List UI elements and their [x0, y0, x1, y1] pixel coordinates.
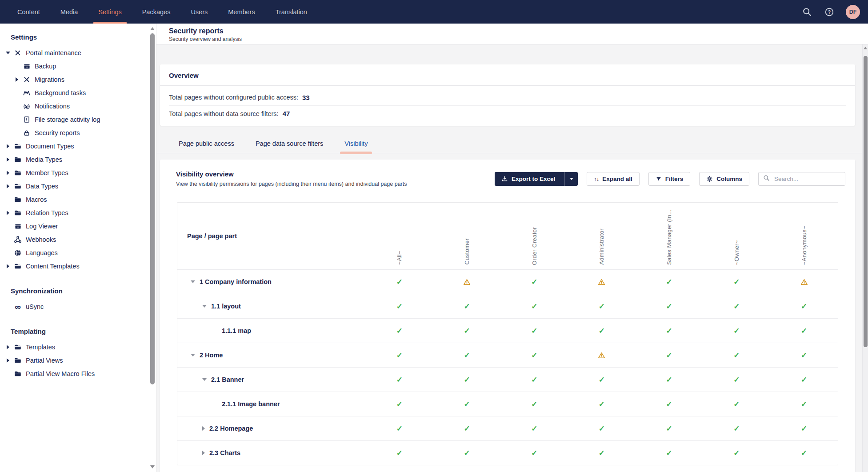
- caret-down-icon[interactable]: [191, 280, 195, 283]
- sidebar-item-backup[interactable]: Backup: [0, 60, 156, 73]
- caret-right-icon[interactable]: [4, 171, 12, 175]
- export-to-excel-main[interactable]: Export to Excel: [495, 172, 561, 186]
- tab-page-data-source-filters[interactable]: Page data source filters: [255, 136, 324, 153]
- columns-button[interactable]: Columns: [699, 172, 749, 186]
- nav-item-packages[interactable]: Packages: [132, 0, 181, 24]
- sidebar-item-templates[interactable]: Templates: [0, 340, 156, 354]
- check-icon: ✓: [599, 400, 605, 408]
- sidebar-item-security-reports[interactable]: Security reports: [0, 126, 156, 140]
- visibility-cell: ✓: [500, 319, 568, 343]
- help-icon[interactable]: ?: [824, 6, 835, 18]
- export-to-excel-button[interactable]: Export to Excel: [495, 172, 578, 186]
- sidebar-item-usync[interactable]: ∞uSync: [0, 300, 156, 313]
- caret-right-icon[interactable]: [12, 77, 21, 82]
- caret-down-icon[interactable]: [202, 305, 207, 308]
- filters-label: Filters: [665, 176, 684, 182]
- sidebar-item-media-types[interactable]: Media Types: [0, 153, 156, 166]
- folder-icon: [13, 141, 23, 151]
- expand-all-button[interactable]: ↑↓ Expand all: [587, 172, 640, 186]
- caret-right-icon[interactable]: [4, 144, 12, 148]
- caret-right-icon[interactable]: [4, 157, 12, 162]
- nav-item-media[interactable]: Media: [50, 0, 88, 24]
- columns-label: Columns: [716, 176, 742, 182]
- filters-button[interactable]: Filters: [648, 172, 691, 186]
- visibility-cell: ✓: [770, 441, 838, 465]
- caret-right-icon[interactable]: [4, 358, 12, 363]
- sidebar-item-log-viewer[interactable]: Log Viewer: [0, 220, 156, 233]
- sidebar-item-label: Document Types: [26, 143, 74, 150]
- caret-right-icon[interactable]: [4, 184, 12, 188]
- caret-right-icon[interactable]: [4, 264, 12, 268]
- table-row-2-1-1-image-banner: 2.1.1 Image banner✓✓✓✓✓✓✓: [177, 392, 838, 416]
- folder-icon: [13, 369, 23, 379]
- sidebar-item-portal-maintenance[interactable]: Portal maintenance: [0, 46, 156, 60]
- caret-down-icon[interactable]: [4, 52, 12, 54]
- check-icon: ✓: [396, 303, 403, 310]
- check-icon: ✓: [464, 376, 470, 384]
- caret-right-icon[interactable]: [4, 211, 12, 215]
- visibility-cell: [568, 270, 636, 294]
- sidebar-item-migrations[interactable]: Migrations: [0, 73, 156, 86]
- caret-down-icon[interactable]: [202, 378, 207, 381]
- check-icon: ✓: [801, 303, 807, 310]
- avatar[interactable]: DF: [846, 5, 860, 19]
- sidebar-item-document-types[interactable]: Document Types: [0, 140, 156, 153]
- sidebar-item-relation-types[interactable]: Relation Types: [0, 206, 156, 220]
- visibility-cell: ✓: [636, 441, 703, 465]
- sidebar-item-label: Macros: [26, 196, 47, 203]
- sidebar-item-label: Partial Views: [26, 357, 63, 364]
- warning-icon: [800, 278, 808, 286]
- visibility-cell: ✓: [366, 343, 433, 367]
- nav-item-content[interactable]: Content: [7, 0, 50, 24]
- caret-right-icon[interactable]: [4, 345, 12, 349]
- check-icon: ✓: [599, 449, 605, 457]
- visibility-header: Visibility overview View the visibility …: [160, 160, 855, 187]
- sidebar-item-partial-views[interactable]: Partial Views: [0, 354, 156, 367]
- tab-visibility[interactable]: Visibility: [344, 136, 368, 153]
- caret-right-icon[interactable]: [202, 426, 205, 431]
- sidebar-scrollbar[interactable]: [150, 27, 155, 468]
- column-header-label: Customer: [464, 238, 470, 265]
- main-scrollbar[interactable]: [862, 44, 868, 472]
- scroll-up-icon[interactable]: [864, 47, 867, 49]
- page-subtitle: Security overview and analysis: [169, 36, 868, 42]
- nav-item-members[interactable]: Members: [218, 0, 265, 24]
- visibility-cell: ✓: [366, 441, 433, 465]
- nav-item-users[interactable]: Users: [180, 0, 218, 24]
- check-icon: ✓: [396, 352, 403, 359]
- sidebar-item-file-storage-activity-log[interactable]: File storage activity log: [0, 113, 156, 126]
- nav-item-translation[interactable]: Translation: [265, 0, 317, 24]
- check-icon: ✓: [464, 303, 470, 310]
- sidebar-item-data-types[interactable]: Data Types: [0, 180, 156, 193]
- sidebar-item-webhooks[interactable]: Webhooks: [0, 233, 156, 246]
- visibility-cell: [433, 270, 501, 294]
- visibility-cell: ✓: [770, 343, 838, 367]
- caret-down-icon[interactable]: [191, 354, 195, 356]
- caret-right-icon[interactable]: [202, 451, 205, 455]
- check-icon: ✓: [531, 400, 537, 408]
- content: Overview Total pages without configured …: [156, 64, 862, 472]
- main-scroll-thumb[interactable]: [864, 56, 868, 347]
- search-input[interactable]: [773, 175, 840, 183]
- sidebar-item-member-types[interactable]: Member Types: [0, 166, 156, 180]
- check-icon: ✓: [733, 449, 740, 457]
- sidebar-item-background-tasks[interactable]: Background tasks: [0, 86, 156, 100]
- sidebar-item-label: Notifications: [35, 103, 70, 110]
- nav-item-settings[interactable]: Settings: [88, 0, 132, 24]
- column-header-customer: Customer: [433, 203, 501, 269]
- search-icon[interactable]: [801, 6, 813, 18]
- export-dropdown-toggle[interactable]: [564, 172, 578, 186]
- scroll-down-icon[interactable]: [150, 465, 155, 468]
- sidebar-item-notifications[interactable]: Notifications: [0, 100, 156, 113]
- check-icon: ✓: [733, 327, 740, 335]
- search-box[interactable]: [758, 172, 845, 186]
- overview-stat: Total pages without data source filters:…: [169, 105, 846, 121]
- visibility-table: Page / page part ~All~CustomerOrder Crea…: [177, 202, 838, 465]
- sidebar-item-macros[interactable]: Macros: [0, 193, 156, 206]
- sidebar-item-languages[interactable]: Languages: [0, 246, 156, 260]
- scroll-up-icon[interactable]: [150, 27, 155, 30]
- sidebar-scroll-thumb[interactable]: [150, 33, 155, 384]
- sidebar-item-content-templates[interactable]: Content Templates: [0, 260, 156, 273]
- sidebar-item-partial-view-macro-files[interactable]: Partial View Macro Files: [0, 367, 156, 380]
- tab-page-public-access[interactable]: Page public access: [178, 136, 235, 153]
